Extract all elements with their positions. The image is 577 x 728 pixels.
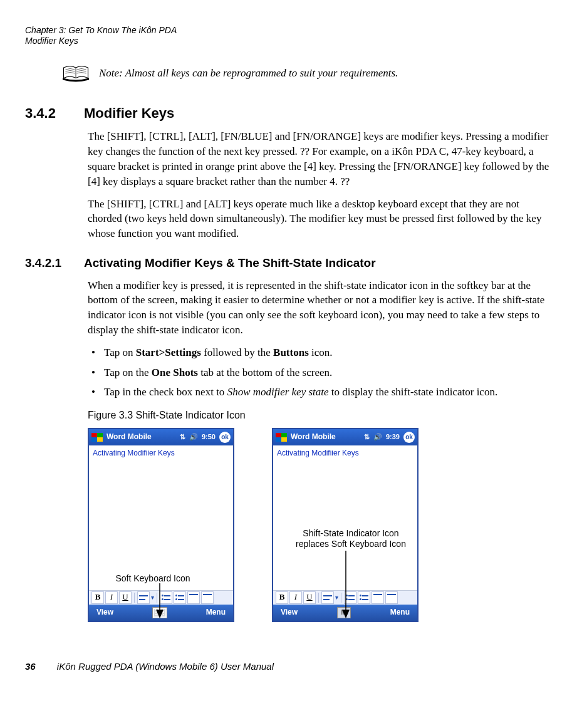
app-title: Word Mobile bbox=[291, 432, 336, 442]
outdent-button[interactable] bbox=[372, 591, 384, 604]
bold-text: Start>Settings bbox=[136, 346, 201, 358]
italic-button[interactable]: I bbox=[289, 591, 302, 604]
soft-keyboard-icon[interactable] bbox=[152, 607, 167, 618]
subheading-number: 3.4.2.1 bbox=[25, 255, 84, 272]
text: Tap in the check box next to bbox=[104, 386, 227, 398]
bulleted-list-button[interactable] bbox=[358, 591, 370, 604]
callout-shift-state: Shift-State Indicator Icon replaces Soft… bbox=[279, 528, 423, 550]
bold-button[interactable]: B bbox=[276, 591, 288, 604]
text: Tap on bbox=[104, 346, 136, 358]
shift-state-indicator-icon[interactable]: M bbox=[337, 607, 351, 618]
note-text: Note: Almost all keys can be reprogramme… bbox=[99, 66, 398, 81]
para-3421-1: When a modifier key is pressed, it is re… bbox=[88, 278, 552, 338]
titlebar: Word Mobile ⇅ 🔊 9:39 ok bbox=[273, 429, 417, 445]
para-342-2: The [SHIFT], [CTRL] and [ALT] keys opera… bbox=[88, 197, 552, 241]
titlebar: Word Mobile ⇅ 🔊 9:50 ok bbox=[89, 429, 233, 445]
indent-button[interactable] bbox=[385, 591, 398, 604]
figure-body: Word Mobile ⇅ 🔊 9:50 ok Activating Modif… bbox=[88, 428, 439, 635]
softkey-menu[interactable]: Menu bbox=[390, 607, 410, 618]
app-title: Word Mobile bbox=[107, 432, 152, 442]
italic-button[interactable]: I bbox=[105, 591, 118, 604]
heading-number: 3.4.2 bbox=[25, 104, 84, 123]
document-text: Activating Modifiier Keys bbox=[93, 449, 175, 457]
format-toolbar: B I U ▾ bbox=[89, 590, 233, 605]
heading-3-4-2-1: 3.4.2.1Activating Modifier Keys & The Sh… bbox=[25, 255, 552, 272]
speaker-icon[interactable]: 🔊 bbox=[373, 432, 382, 442]
clock-time[interactable]: 9:39 bbox=[386, 432, 400, 442]
open-book-icon bbox=[61, 64, 90, 83]
note-block: Note: Almost all keys can be reprogramme… bbox=[61, 64, 552, 83]
document-text: Activating Modifiier Keys bbox=[277, 449, 359, 457]
bulleted-list-button[interactable] bbox=[174, 591, 186, 604]
text: to display the shift-state indicator ico… bbox=[329, 386, 498, 398]
outdent-button[interactable] bbox=[187, 591, 200, 604]
document-area[interactable]: Activating Modifiier Keys bbox=[273, 445, 417, 590]
connectivity-icon[interactable]: ⇅ bbox=[180, 432, 185, 442]
text: Tap on the bbox=[104, 367, 152, 378]
section-line: Modifier Keys bbox=[25, 36, 552, 46]
list-item: Tap on the One Shots tab at the bottom o… bbox=[88, 365, 552, 380]
dropdown-arrow-icon[interactable]: ▾ bbox=[151, 593, 154, 602]
italic-text: Show modifier key state bbox=[227, 386, 329, 398]
softkey-view[interactable]: View bbox=[96, 607, 113, 618]
bold-text: Buttons bbox=[273, 346, 309, 358]
running-header: Chapter 3: Get To Know The iKôn PDA Modi… bbox=[25, 25, 552, 46]
page-number: 36 bbox=[25, 661, 36, 672]
figure-caption: Figure 3.3 Shift-State Indicator Icon bbox=[88, 408, 552, 422]
screenshot-left: Word Mobile ⇅ 🔊 9:50 ok Activating Modif… bbox=[88, 428, 234, 622]
text: followed by the bbox=[201, 346, 273, 358]
list-item: Tap on Start>Settings followed by the Bu… bbox=[88, 345, 552, 360]
softkey-menu[interactable]: Menu bbox=[206, 607, 226, 618]
softkey-bar: View Menu bbox=[89, 605, 233, 621]
chapter-line: Chapter 3: Get To Know The iKôn PDA bbox=[25, 25, 552, 36]
indent-button[interactable] bbox=[201, 591, 214, 604]
dropdown-arrow-icon[interactable]: ▾ bbox=[335, 593, 338, 602]
underline-button[interactable]: U bbox=[119, 591, 132, 604]
connectivity-icon[interactable]: ⇅ bbox=[364, 432, 370, 442]
list-item: Tap in the check box next to Show modifi… bbox=[88, 385, 552, 400]
para-342-1: The [SHIFT], [CTRL], [ALT], [FN/BLUE] an… bbox=[88, 129, 552, 189]
underline-button[interactable]: U bbox=[303, 591, 316, 604]
ok-button[interactable]: ok bbox=[403, 432, 415, 443]
numbered-list-button[interactable] bbox=[160, 591, 172, 604]
softkey-view[interactable]: View bbox=[281, 607, 298, 618]
bold-button[interactable]: B bbox=[91, 591, 104, 604]
bold-text: One Shots bbox=[152, 367, 198, 378]
text: icon. bbox=[309, 346, 333, 358]
numbered-list-button[interactable] bbox=[344, 591, 356, 604]
manual-title: iKôn Rugged PDA (Windows Mobile 6) User … bbox=[57, 661, 274, 672]
text: tab at the bottom of the screen. bbox=[198, 367, 332, 378]
callout-soft-keyboard: Soft Keyboard Icon bbox=[90, 573, 216, 585]
softkey-bar: View M Menu bbox=[273, 605, 417, 621]
screenshot-right: Word Mobile ⇅ 🔊 9:39 ok Activating Modif… bbox=[272, 428, 418, 622]
format-toolbar: B I U ▾ bbox=[273, 590, 417, 605]
page-footer: 36 iKôn Rugged PDA (Windows Mobile 6) Us… bbox=[25, 660, 552, 673]
start-flag-icon[interactable] bbox=[91, 433, 103, 442]
speaker-icon[interactable]: 🔊 bbox=[189, 432, 198, 442]
clock-time[interactable]: 9:50 bbox=[202, 432, 216, 442]
ok-button[interactable]: ok bbox=[219, 432, 231, 443]
bullet-list: Tap on Start>Settings followed by the Bu… bbox=[88, 345, 552, 400]
align-button[interactable] bbox=[321, 591, 334, 604]
heading-3-4-2: 3.4.2Modifier Keys bbox=[25, 104, 552, 123]
document-area[interactable]: Activating Modifiier Keys bbox=[89, 445, 233, 590]
align-button[interactable] bbox=[137, 591, 150, 604]
heading-title: Modifier Keys bbox=[84, 105, 174, 121]
start-flag-icon[interactable] bbox=[276, 433, 287, 442]
subheading-title: Activating Modifier Keys & The Shift-Sta… bbox=[84, 256, 376, 269]
